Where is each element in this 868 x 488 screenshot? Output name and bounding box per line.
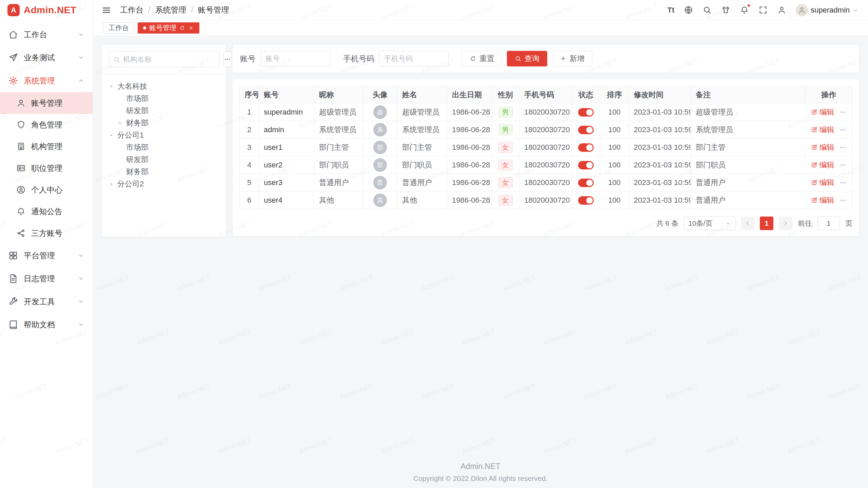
row-more-button[interactable] xyxy=(839,161,847,169)
row-more-button[interactable] xyxy=(839,144,847,151)
search-icon[interactable] xyxy=(703,5,712,15)
caret-right-icon xyxy=(108,181,117,187)
sidebar: A Admin.NET 工作台业务测试系统管理账号管理角色管理机构管理职位管理个… xyxy=(0,0,93,488)
breadcrumb-item[interactable]: 系统管理 xyxy=(155,5,186,15)
sidebar-item-profile-center[interactable]: 个人中心 xyxy=(0,179,93,201)
breadcrumb-item[interactable]: 账号管理 xyxy=(198,5,229,15)
cell-birthdate: 1986-06-28 xyxy=(447,174,492,191)
column-header: 账号 xyxy=(259,86,314,103)
edit-button[interactable]: 编辑 xyxy=(811,160,834,170)
theme-icon[interactable] xyxy=(721,5,730,15)
status-toggle[interactable] xyxy=(578,143,594,152)
collapse-menu-icon[interactable] xyxy=(102,5,111,15)
cell-nickname: 部门主管 xyxy=(314,139,363,156)
gender-tag: 男 xyxy=(498,107,513,118)
sidebar-item-position-mgmt[interactable]: 职位管理 xyxy=(0,157,93,179)
column-header: 备注 xyxy=(691,86,805,103)
cell-sort: 100 xyxy=(600,191,629,209)
tree-node[interactable]: 研发部 xyxy=(108,105,219,117)
tab-workbench[interactable]: 工作台 xyxy=(103,22,134,34)
sidebar-item-third-party-account[interactable]: 三方账号 xyxy=(0,222,93,244)
cell-actions: 编辑 xyxy=(805,121,852,139)
account-input[interactable] xyxy=(260,51,330,66)
caret-down-icon xyxy=(108,83,117,89)
user-menu[interactable]: superadmin xyxy=(796,4,859,16)
account-table: 序号账号昵称头像姓名出生日期性别手机号码状态排序修改时间备注操作1superad… xyxy=(239,86,852,209)
profile-icon[interactable] xyxy=(777,5,786,15)
sidebar-item-help-docs[interactable]: 帮助文档 xyxy=(0,313,93,336)
tab-account-mgmt[interactable]: 账号管理 xyxy=(138,22,199,34)
gear-icon xyxy=(8,76,18,86)
status-toggle[interactable] xyxy=(578,126,594,134)
row-more-button[interactable] xyxy=(839,126,847,134)
breadcrumb-item[interactable]: 工作台 xyxy=(120,5,143,15)
sidebar-item-account-mgmt[interactable]: 账号管理 xyxy=(0,92,93,114)
shield-icon xyxy=(16,120,26,129)
tree-node[interactable]: 市场部 xyxy=(108,141,219,154)
edit-button[interactable]: 编辑 xyxy=(811,125,834,135)
tree-more-button[interactable] xyxy=(223,52,232,67)
sidebar-item-org-mgmt[interactable]: 机构管理 xyxy=(0,136,93,157)
page-number-button[interactable]: 1 xyxy=(760,217,773,230)
cell-account: admin xyxy=(259,121,314,139)
reset-button[interactable]: 重置 xyxy=(462,51,502,66)
sidebar-item-system-mgmt[interactable]: 系统管理 xyxy=(0,69,93,92)
tree-node[interactable]: 大名科技 xyxy=(108,80,219,93)
tab-close-icon[interactable] xyxy=(188,25,194,31)
tree-node[interactable]: 财务部 xyxy=(108,166,219,178)
page-footer: Admin.NET Copyright © 2022 Dilon All rig… xyxy=(93,462,868,483)
tree-node[interactable]: 分公司2 xyxy=(108,178,219,190)
tree-node[interactable]: 市场部 xyxy=(108,93,219,105)
tree-node[interactable]: 财务部 xyxy=(108,117,219,129)
search-button[interactable]: 查询 xyxy=(507,51,547,66)
page-size-select[interactable]: 10条/页 xyxy=(684,217,735,230)
edit-button[interactable]: 编辑 xyxy=(811,178,834,188)
cell-phone: 18020030720 xyxy=(519,139,572,156)
tab-refresh-icon[interactable] xyxy=(179,25,185,31)
query-toolbar: 账号 手机号码 重置 查询 xyxy=(233,45,859,73)
sidebar-item-dev-tools[interactable]: 开发工具 xyxy=(0,290,93,313)
org-search-input[interactable] xyxy=(123,55,215,63)
edit-button[interactable]: 编辑 xyxy=(811,107,834,117)
home-icon xyxy=(8,29,18,40)
app-logo[interactable]: A Admin.NET xyxy=(0,0,93,20)
sidebar-item-label: 机构管理 xyxy=(31,141,84,152)
prev-page-button[interactable] xyxy=(741,217,754,230)
row-avatar: 部 xyxy=(373,141,387,154)
row-more-button[interactable] xyxy=(839,108,847,116)
phone-input[interactable] xyxy=(379,51,449,66)
sidebar-item-notice[interactable]: 通知公告 xyxy=(0,201,93,222)
status-toggle[interactable] xyxy=(578,161,594,169)
row-more-button[interactable] xyxy=(839,197,847,204)
cell-status xyxy=(572,121,600,139)
status-toggle[interactable] xyxy=(578,179,594,187)
breadcrumb: 工作台/系统管理/账号管理 xyxy=(120,5,229,15)
edit-button[interactable]: 编辑 xyxy=(811,195,834,205)
row-more-button[interactable] xyxy=(839,179,847,186)
cell-index: 4 xyxy=(240,156,259,174)
tree-node[interactable]: 研发部 xyxy=(108,154,219,166)
sidebar-item-platform-mgmt[interactable]: 平台管理 xyxy=(0,244,93,267)
next-page-button[interactable] xyxy=(779,217,792,230)
column-header: 操作 xyxy=(805,86,852,103)
locale-icon[interactable] xyxy=(684,5,693,15)
fullscreen-icon[interactable] xyxy=(758,5,768,15)
status-toggle[interactable] xyxy=(578,196,594,205)
sidebar-item-workbench[interactable]: 工作台 xyxy=(0,23,93,46)
font-size-icon[interactable]: Tt xyxy=(667,5,674,15)
status-toggle[interactable] xyxy=(578,108,594,117)
sidebar-item-business-test[interactable]: 业务测试 xyxy=(0,46,93,69)
goto-page-input[interactable] xyxy=(817,217,840,230)
cell-nickname: 普通用户 xyxy=(314,174,363,191)
cell-index: 6 xyxy=(240,191,259,209)
cell-remark: 普通用户 xyxy=(691,191,805,209)
sidebar-item-role-mgmt[interactable]: 角色管理 xyxy=(0,114,93,136)
building-icon xyxy=(16,142,26,151)
cell-nickname: 其他 xyxy=(314,191,363,209)
edit-button[interactable]: 编辑 xyxy=(811,142,834,152)
book-icon xyxy=(8,320,18,330)
notification-icon[interactable] xyxy=(740,5,749,15)
tree-node[interactable]: 分公司1 xyxy=(108,129,219,141)
sidebar-item-log-mgmt[interactable]: 日志管理 xyxy=(0,267,93,290)
add-button[interactable]: 新增 xyxy=(552,51,592,66)
